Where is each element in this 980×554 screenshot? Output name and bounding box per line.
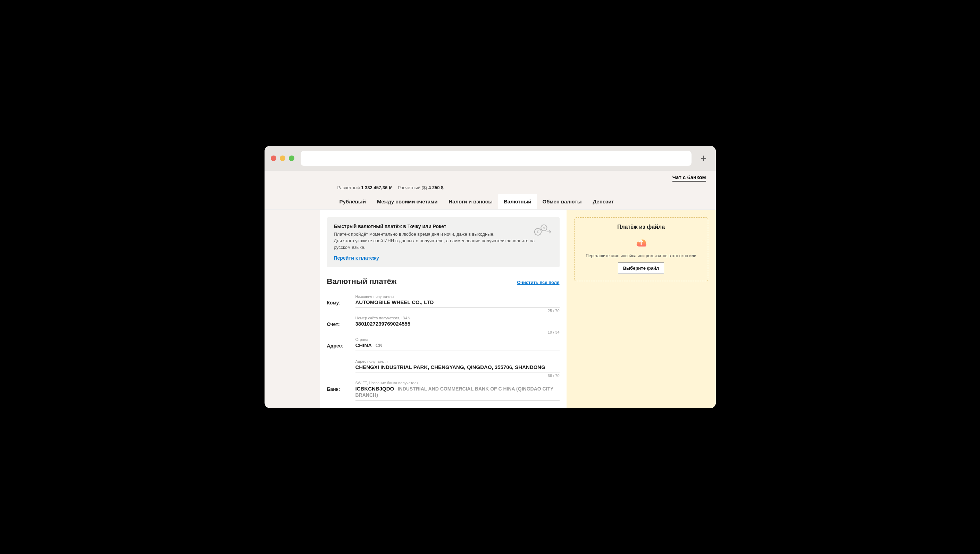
tab-between-accounts[interactable]: Между своими счетами xyxy=(371,194,443,209)
char-count: 66 / 70 xyxy=(548,374,560,378)
field-hint: SWIFT, Название банка получателя xyxy=(355,381,560,385)
maximize-window-button[interactable] xyxy=(289,156,294,161)
minimize-window-button[interactable] xyxy=(280,156,285,161)
field-value: AUTOMOBILE WHEEL CO., LTD xyxy=(355,299,560,305)
choose-file-button[interactable]: Выберите файл xyxy=(618,263,665,274)
upload-title: Платёж из файла xyxy=(580,224,702,230)
row-address: . Адрес получателя CHENGXI INDUSTRIAL PA… xyxy=(327,359,560,373)
form-heading: Валютный платёж xyxy=(327,277,397,286)
row-country: Адрес: Страна CHINA CN xyxy=(327,337,560,351)
banner-go-to-payment-link[interactable]: Перейти к платежу xyxy=(334,255,379,261)
main-column: € $ Быстрый валютный платёж в Точку или … xyxy=(320,210,566,408)
account-balance: 1 332 457,36 ₽ xyxy=(361,185,391,190)
row-recipient: Кому: Название получателя AUTOMOBILE WHE… xyxy=(327,295,560,307)
chat-with-bank-link[interactable]: Чат с банком xyxy=(673,174,706,181)
svg-text:€: € xyxy=(537,230,539,234)
bank-swift-field[interactable]: SWIFT, Название банка получателя ICBKCNB… xyxy=(355,381,560,401)
tab-exchange[interactable]: Обмен валюты xyxy=(537,194,587,209)
label-account: Счет: xyxy=(327,316,352,327)
field-value: CHINA xyxy=(355,342,372,348)
titlebar: + xyxy=(264,146,716,171)
row-bank: Банк: SWIFT, Название банка получателя I… xyxy=(327,381,560,401)
char-count: 19 / 34 xyxy=(548,330,560,334)
clear-all-fields-link[interactable]: Очистить все поля xyxy=(517,280,559,285)
upload-dropzone[interactable]: Платёж из файла Перетащите скан инвойса … xyxy=(574,217,708,281)
svg-text:$: $ xyxy=(543,226,545,230)
label-bank: Банк: xyxy=(327,381,352,392)
browser-window: + Чат с банком Расчетный 1 332 457,36 ₽ … xyxy=(264,146,716,408)
banner-text: Для этого укажите свой ИНН в данных о по… xyxy=(334,238,553,251)
label-address: Адрес: xyxy=(327,337,352,349)
account-rub[interactable]: Расчетный 1 332 457,36 ₽ xyxy=(337,185,391,190)
country-field[interactable]: Страна CHINA CN xyxy=(355,337,560,351)
label-recipient: Кому: xyxy=(327,295,352,306)
field-hint: Адрес получателя xyxy=(355,359,560,363)
field-hint: Название получателя xyxy=(355,295,560,299)
tab-ruble[interactable]: Рублёвый xyxy=(334,194,371,209)
tab-deposit[interactable]: Депозит xyxy=(587,194,619,209)
field-hint: Номер счёта получателя, IBAN xyxy=(355,316,560,320)
side-column: Платёж из файла Перетащите скан инвойса … xyxy=(566,210,716,408)
new-tab-button[interactable]: + xyxy=(698,152,710,164)
tab-taxes[interactable]: Налоги и взносы xyxy=(443,194,498,209)
close-window-button[interactable] xyxy=(271,156,276,161)
account-label: Расчетный xyxy=(337,185,360,190)
account-label: Расчетный ($) xyxy=(398,185,427,190)
field-value: 3801027239769024555 xyxy=(355,321,560,326)
recipient-name-field[interactable]: Название получателя AUTOMOBILE WHEEL CO.… xyxy=(355,295,560,307)
banner-text: Платёж пройдёт моментально в любое время… xyxy=(334,231,553,238)
field-value: ICBKCNBJQDO xyxy=(355,386,395,392)
cloud-upload-icon xyxy=(633,234,649,247)
address-bar[interactable] xyxy=(301,151,692,166)
country-code-suffix: CN xyxy=(375,342,382,348)
currency-exchange-icon: € $ xyxy=(533,224,553,237)
recipient-address-field[interactable]: Адрес получателя CHENGXI INDUSTRIAL PARK… xyxy=(355,359,560,373)
field-value: CHENGXI INDUSTRIAL PARK, CHENGYANG, QING… xyxy=(355,364,560,370)
row-account: Счет: Номер счёта получателя, IBAN 38010… xyxy=(327,316,560,329)
tab-currency[interactable]: Валютный xyxy=(498,194,537,209)
account-number-field[interactable]: Номер счёта получателя, IBAN 38010272397… xyxy=(355,316,560,329)
window-controls xyxy=(271,156,294,161)
content-area: € $ Быстрый валютный платёж в Точку или … xyxy=(320,210,716,408)
account-usd[interactable]: Расчетный ($) 4 250 $ xyxy=(398,185,444,190)
accounts-summary: Расчетный 1 332 457,36 ₽ Расчетный ($) 4… xyxy=(264,184,716,194)
fast-payment-banner: € $ Быстрый валютный платёж в Точку или … xyxy=(327,217,560,267)
field-hint: Страна xyxy=(355,337,560,342)
banner-title: Быстрый валютный платёж в Точку или Роке… xyxy=(334,224,553,229)
char-count: 25 / 70 xyxy=(548,309,560,313)
payment-tabs: Рублёвый Между своими счетами Налоги и в… xyxy=(264,194,716,210)
upload-text: Перетащите скан инвойса или реквизитов в… xyxy=(580,253,702,259)
account-balance: 4 250 $ xyxy=(428,185,443,190)
